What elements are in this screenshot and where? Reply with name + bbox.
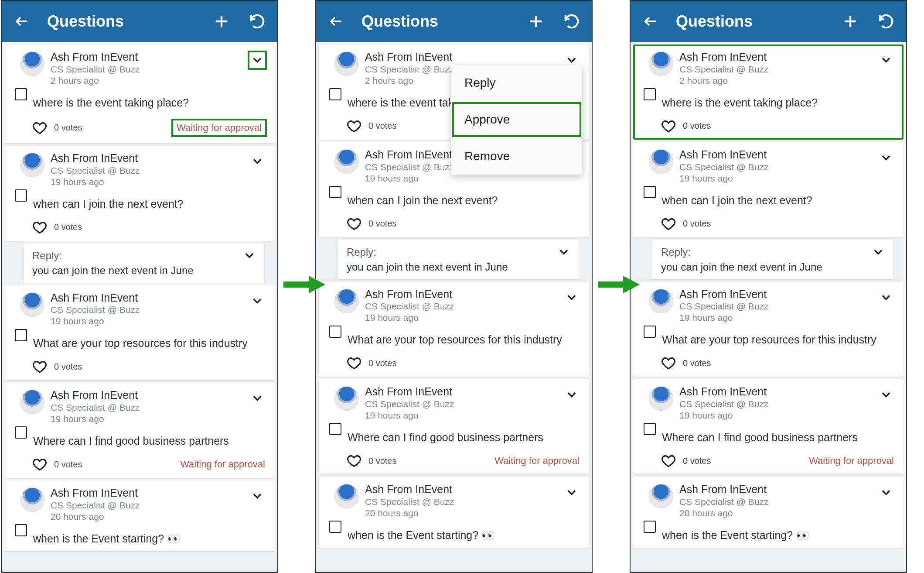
question-card: Ash From InEvent CS Specialist @ Buzz 2 … [4, 45, 275, 143]
author-role: CS Specialist @ Buzz [679, 162, 870, 172]
heart-icon[interactable] [347, 119, 361, 134]
heart-icon[interactable] [661, 453, 676, 468]
more-menu-button[interactable] [243, 250, 256, 264]
select-checkbox[interactable] [15, 524, 27, 536]
question-text: What are your top resources for this ind… [33, 337, 267, 350]
page-title: Questions [676, 12, 825, 31]
author-role: CS Specialist @ Buzz [51, 402, 242, 413]
select-checkbox[interactable] [644, 88, 656, 100]
author-name: Ash From InEvent [51, 152, 242, 165]
select-checkbox[interactable] [329, 326, 341, 338]
select-checkbox[interactable] [15, 426, 27, 439]
author-role: CS Specialist @ Buzz [51, 64, 242, 75]
question-text: when can I join the next event? [662, 194, 896, 207]
votes-label: 0 votes [683, 219, 711, 229]
author-role: CS Specialist @ Buzz [365, 497, 556, 507]
select-checkbox[interactable] [329, 423, 341, 435]
timestamp: 19 hours ago [679, 410, 870, 421]
question-text: where is the event taking place? [662, 96, 896, 109]
dropdown-menu: Reply Approve Remove [451, 65, 582, 175]
select-checkbox[interactable] [644, 326, 656, 338]
waiting-approval-label: Waiting for approval [809, 455, 896, 467]
more-menu-button[interactable] [248, 389, 267, 408]
screen-3: Questions Ash From InEvent CS Specialist… [630, 0, 907, 573]
timestamp: 19 hours ago [365, 312, 556, 323]
refresh-button[interactable] [876, 11, 897, 32]
select-checkbox[interactable] [15, 88, 27, 100]
question-card: Ash From InEvent CS Specialist @ Buzz 19… [319, 379, 589, 474]
author-name: Ash From InEvent [679, 51, 870, 63]
screen-1: Questions Ash From InEvent CS Specialist… [1, 0, 278, 573]
more-menu-button[interactable] [562, 288, 581, 307]
more-menu-button[interactable] [248, 487, 267, 506]
header-bar: Questions [316, 1, 592, 42]
author-name: Ash From InEvent [51, 51, 242, 63]
menu-item-reply[interactable]: Reply [451, 65, 582, 101]
more-menu-button[interactable] [872, 246, 884, 260]
question-text: where is the event taking place? [33, 96, 267, 109]
votes-label: 0 votes [54, 123, 82, 133]
more-menu-button[interactable] [248, 152, 267, 171]
heart-icon[interactable] [32, 220, 47, 235]
question-text: What are your top resources for this ind… [348, 333, 581, 346]
menu-item-approve[interactable]: Approve [451, 101, 582, 138]
select-checkbox[interactable] [329, 521, 341, 533]
more-menu-button[interactable] [248, 292, 267, 311]
question-text: What are your top resources for this ind… [662, 333, 896, 346]
reply-label: Reply: [661, 246, 822, 258]
timestamp: 19 hours ago [679, 312, 870, 323]
reply-body: you can join the next event in June [32, 264, 194, 277]
more-menu-button[interactable] [876, 51, 896, 70]
timestamp: 19 hours ago [51, 414, 242, 424]
select-checkbox[interactable] [15, 329, 27, 341]
question-card: Ash From InEvent CS Specialist @ Buzz 2 … [633, 45, 904, 140]
heart-icon[interactable] [347, 453, 361, 468]
heart-icon[interactable] [661, 216, 676, 231]
avatar [334, 149, 359, 174]
avatar [649, 289, 673, 313]
back-button[interactable] [326, 11, 347, 32]
add-button[interactable] [840, 11, 861, 32]
timestamp: 2 hours ago [679, 75, 870, 86]
menu-item-remove[interactable]: Remove [451, 138, 582, 175]
more-menu-button[interactable] [248, 51, 267, 70]
add-button[interactable] [525, 11, 546, 32]
more-menu-button[interactable] [558, 246, 570, 260]
question-card: Ash From InEvent CS Specialist @ Buzz 19… [633, 282, 904, 377]
select-checkbox[interactable] [329, 88, 341, 100]
timestamp: 19 hours ago [365, 173, 556, 184]
heart-icon[interactable] [32, 457, 47, 472]
heart-icon[interactable] [32, 359, 47, 374]
question-card: Ash From InEvent CS Specialist @ Buzz 20… [4, 480, 275, 551]
avatar [649, 51, 673, 76]
question-text: Where can I find good business partners [33, 435, 267, 447]
heart-icon[interactable] [661, 119, 676, 134]
more-menu-button[interactable] [876, 385, 896, 405]
refresh-button[interactable] [561, 11, 582, 32]
reply-card: Reply: you can join the next event in Ju… [338, 240, 579, 279]
timestamp: 20 hours ago [365, 508, 556, 518]
select-checkbox[interactable] [644, 521, 656, 533]
header-bar: Questions [631, 1, 906, 42]
waiting-approval-label: Waiting for approval [171, 119, 267, 137]
more-menu-button[interactable] [876, 288, 896, 307]
more-menu-button[interactable] [876, 148, 896, 168]
author-name: Ash From InEvent [365, 385, 556, 398]
heart-icon[interactable] [32, 120, 47, 135]
heart-icon[interactable] [661, 356, 676, 371]
more-menu-button[interactable] [562, 483, 581, 502]
select-checkbox[interactable] [644, 423, 656, 435]
select-checkbox[interactable] [15, 189, 27, 202]
back-button[interactable] [640, 11, 661, 32]
refresh-button[interactable] [247, 11, 268, 32]
heart-icon[interactable] [347, 216, 361, 231]
heart-icon[interactable] [347, 356, 361, 371]
author-name: Ash From InEvent [51, 389, 242, 401]
add-button[interactable] [211, 11, 232, 32]
author-name: Ash From InEvent [679, 385, 870, 398]
back-button[interactable] [11, 11, 32, 32]
select-checkbox[interactable] [329, 186, 341, 198]
more-menu-button[interactable] [876, 483, 896, 502]
more-menu-button[interactable] [562, 385, 581, 405]
select-checkbox[interactable] [644, 186, 656, 198]
